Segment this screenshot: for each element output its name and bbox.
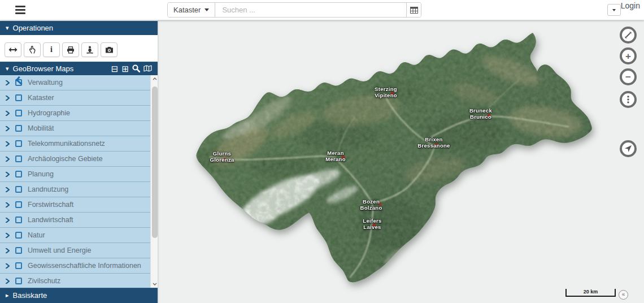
layer-row-telekommunikationsnetz[interactable]: Telekommunikationsnetz — [0, 136, 150, 152]
caret-collapsed-icon: ▸ — [6, 292, 9, 299]
geolocate-button[interactable] — [620, 140, 637, 157]
attribution-toggle-button[interactable]: « — [619, 290, 628, 300]
collapse-left-icon: « — [622, 291, 625, 297]
layer-checkbox[interactable] — [15, 110, 22, 116]
table-icon — [410, 7, 418, 14]
layer-label: Mobilität — [28, 124, 54, 132]
zoom-in-button[interactable]: + — [620, 47, 637, 64]
scroll-down-button[interactable] — [151, 280, 158, 288]
geobrowser-maps-header[interactable]: ▾ GeoBrowser Maps ⊟ ⊞ — [0, 62, 158, 75]
layer-checkbox[interactable] — [15, 94, 22, 101]
layer-checkbox[interactable] — [15, 140, 22, 147]
layer-row-geowissenschaftliche-informationen[interactable]: Geowissenschaftliche Informationen — [0, 258, 150, 274]
hamburger-icon — [15, 6, 25, 7]
fullscreen-button[interactable] — [620, 27, 637, 44]
hamburger-icon — [15, 9, 25, 11]
caret-expanded-icon: ▾ — [6, 24, 9, 32]
layer-row-hydrographie[interactable]: Hydrographie — [0, 106, 150, 121]
operations-toolbar: i — [0, 35, 158, 62]
layer-row-forstwirtschaft[interactable]: Forstwirtschaft — [0, 197, 150, 213]
layer-row-landwirtschaft[interactable]: Landwirtschaft — [0, 213, 150, 228]
basemap-panel-header[interactable]: ▸ Basiskarte — [0, 288, 158, 303]
expand-all-button[interactable]: ⊞ — [121, 64, 129, 73]
chevron-right-icon — [5, 96, 10, 101]
zoom-in-icon: + — [625, 51, 631, 61]
layer-row-umwelt-und-energie[interactable]: Umwelt und Energie — [0, 243, 150, 258]
search-input[interactable] — [215, 3, 406, 17]
layer-label: Forstwirtschaft — [28, 201, 73, 209]
layer-rows: Verwaltung Kataster Hydrographie Mobilit… — [0, 75, 150, 288]
login-link[interactable]: Login — [621, 1, 640, 10]
layer-row-planung[interactable]: Planung — [0, 167, 150, 182]
layer-checkbox[interactable] — [15, 247, 22, 254]
hamburger-menu-button[interactable] — [15, 6, 25, 15]
layer-row-zivilschutz[interactable]: Zivilschutz — [0, 274, 150, 288]
screenshot-button[interactable] — [101, 42, 118, 57]
hamburger-icon — [15, 12, 25, 14]
basemap-title: Basiskarte — [13, 291, 47, 300]
layer-checkbox[interactable] — [15, 262, 22, 269]
layer-row-verwaltung[interactable]: Verwaltung — [0, 75, 150, 90]
chevron-right-icon — [5, 218, 10, 223]
search-results-table-button[interactable] — [406, 3, 421, 17]
map-canvas[interactable]: SterzingVipiteno BruneckBrunico BrixenBr… — [158, 20, 644, 303]
layer-checkbox[interactable] — [15, 232, 22, 239]
geolocate-icon — [624, 145, 632, 153]
layer-list: Verwaltung Kataster Hydrographie Mobilit… — [0, 75, 158, 288]
more-options-button[interactable] — [620, 91, 637, 108]
caret-down-icon — [612, 9, 616, 11]
measure-button[interactable] — [5, 42, 21, 57]
layer-label: Verwaltung — [28, 79, 63, 86]
layer-checkbox[interactable] — [15, 278, 22, 284]
layer-row-mobilitaet[interactable]: Mobilität — [0, 121, 150, 136]
info-button[interactable]: i — [43, 42, 60, 57]
chevron-right-icon — [5, 126, 10, 131]
layer-label: Landnutzung — [28, 185, 68, 193]
layer-checkbox[interactable] — [15, 201, 22, 208]
sidebar: ▾ Operationen i — [0, 20, 158, 303]
layer-checkbox[interactable] — [15, 79, 22, 86]
user-menu-dropdown[interactable] — [607, 4, 621, 16]
search-group: Kataster — [167, 2, 421, 18]
chevron-right-icon — [5, 141, 10, 146]
zoom-out-button[interactable]: − — [620, 68, 637, 85]
scrollbar-thumb[interactable] — [152, 86, 158, 238]
select-feature-button[interactable] — [24, 42, 41, 57]
search-category-dropdown[interactable]: Kataster — [168, 3, 215, 17]
info-icon: i — [50, 45, 53, 54]
layer-label: Archäologische Gebiete — [28, 155, 103, 163]
legend-map-icon — [143, 65, 152, 72]
camera-icon — [105, 46, 114, 53]
chevron-right-icon — [5, 248, 10, 253]
top-bar: Kataster Login — [0, 0, 644, 20]
print-button[interactable] — [62, 42, 79, 57]
layer-list-scrollbar[interactable] — [150, 75, 158, 288]
collapse-all-button[interactable]: ⊟ — [111, 64, 119, 73]
layer-label: Zivilschutz — [28, 277, 60, 285]
streetview-icon — [86, 46, 93, 54]
layer-checkbox[interactable] — [15, 125, 22, 132]
scroll-up-button[interactable] — [151, 75, 158, 83]
legend-button[interactable] — [143, 65, 152, 72]
layer-search-button[interactable] — [132, 64, 140, 72]
chevron-right-icon — [5, 233, 10, 238]
streetview-button[interactable] — [81, 42, 98, 57]
caret-expanded-icon: ▾ — [6, 65, 9, 72]
layer-checkbox[interactable] — [15, 155, 22, 162]
layer-checkbox[interactable] — [15, 171, 22, 178]
layer-row-natur[interactable]: Natur — [0, 228, 150, 243]
layer-row-archaeologische-gebiete[interactable]: Archäologische Gebiete — [0, 152, 150, 167]
layer-row-kataster[interactable]: Kataster — [0, 90, 150, 106]
operations-panel-header[interactable]: ▾ Operationen — [0, 21, 158, 35]
layer-checkbox[interactable] — [15, 217, 22, 223]
layer-label: Hydrographie — [28, 109, 70, 117]
zoom-out-icon: − — [625, 72, 631, 82]
layer-label: Natur — [28, 231, 45, 239]
layer-checkbox[interactable] — [15, 186, 22, 193]
fullscreen-icon — [624, 31, 632, 39]
search-icon — [132, 64, 140, 72]
chevron-down-icon — [153, 283, 157, 285]
layer-row-landnutzung[interactable]: Landnutzung — [0, 182, 150, 197]
layer-label: Umwelt und Energie — [28, 246, 92, 254]
caret-down-icon — [204, 8, 209, 11]
